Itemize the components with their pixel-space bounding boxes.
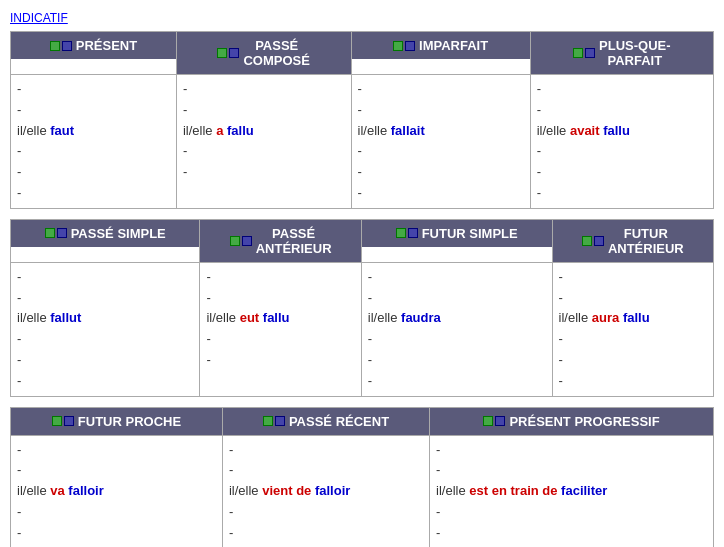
header-passe-anterieur: PASSÉANTÉRIEUR (256, 226, 332, 256)
icon-blue-1 (62, 41, 72, 51)
icon-pair-fs (396, 228, 418, 238)
header-futur-anterieur: FUTURANTÉRIEUR (608, 226, 684, 256)
icon-green-9 (52, 416, 62, 426)
line-faudra: il/elle faudra (368, 308, 546, 329)
line: - (17, 371, 193, 392)
line: - (537, 141, 707, 162)
header-pqp: PLUS-QUE-PARFAIT (599, 38, 671, 68)
icon-green-2 (217, 48, 227, 58)
line-avait-fallu: il/elle avait fallu (537, 121, 707, 142)
line: - (17, 288, 193, 309)
icon-green-5 (45, 228, 55, 238)
col-header-passe-simple: PASSÉ SIMPLE (11, 219, 200, 262)
line: - (17, 162, 170, 183)
icon-pair-fa (582, 236, 604, 246)
line: - (436, 523, 707, 544)
line: - (559, 288, 707, 309)
line: - (229, 460, 423, 481)
cell-passe-simple: - - il/elle fallut - - - (11, 262, 200, 396)
line: - (537, 100, 707, 121)
line: - (368, 267, 546, 288)
col-header-passe-compose: PASSÉCOMPOSÉ (176, 32, 351, 75)
line: - (17, 502, 216, 523)
icon-green-8 (582, 236, 592, 246)
icon-blue-6 (242, 236, 252, 246)
icon-green-11 (483, 416, 493, 426)
line: - (17, 183, 170, 204)
line: - (229, 523, 423, 544)
line: - (436, 544, 707, 547)
line-eut-fallu: il/elle eut fallu (206, 308, 354, 329)
table-indicatif-3: FUTUR PROCHE PASSÉ RÉCENT (10, 407, 714, 547)
line: - (183, 162, 345, 183)
icon-pair-fp (52, 416, 74, 426)
header-present: PRÉSENT (76, 38, 137, 53)
line-a-fallu: il/elle a fallu (183, 121, 345, 142)
line: - (358, 183, 524, 204)
icon-blue-3 (405, 41, 415, 51)
icon-pair-passe-compose (217, 48, 239, 58)
icon-pair-pa (230, 236, 252, 246)
line-va-falloir: il/elle va falloir (17, 481, 216, 502)
col-header-present-progressif: PRÉSENT PROGRESSIF (430, 407, 714, 435)
line: - (206, 288, 354, 309)
indicatif-link[interactable]: INDICATIF (10, 11, 68, 25)
line: - (559, 329, 707, 350)
line: - (358, 100, 524, 121)
line: - (229, 502, 423, 523)
icon-blue-8 (594, 236, 604, 246)
line: - (229, 440, 423, 461)
icon-green-6 (230, 236, 240, 246)
line: - (17, 100, 170, 121)
col-header-futur-simple: FUTUR SIMPLE (361, 219, 552, 262)
table-indicatif-2: PASSÉ SIMPLE PASSÉANTÉRIEUR (10, 219, 714, 397)
cell-passe-recent: - - il/elle vient de falloir - - (222, 435, 429, 547)
line: - (358, 79, 524, 100)
line: - (17, 329, 193, 350)
icon-pair-pr (263, 416, 285, 426)
col-header-futur-proche: FUTUR PROCHE (11, 407, 223, 435)
icon-blue-2 (229, 48, 239, 58)
line: - (559, 267, 707, 288)
line: - (17, 350, 193, 371)
cell-passe-compose: - - il/elle a fallu - - (176, 75, 351, 209)
line-fallait: il/elle fallait (358, 121, 524, 142)
header-passe-recent: PASSÉ RÉCENT (289, 414, 389, 429)
cell-futur-anterieur: - - il/elle aura fallu - - - (552, 262, 713, 396)
line: - (17, 523, 216, 544)
line: - (537, 183, 707, 204)
col-header-imparfait: IMPARFAIT (351, 32, 530, 75)
line: - (537, 162, 707, 183)
line-est-en-train: il/elle est en train de faciliter (436, 481, 707, 502)
line: - (368, 329, 546, 350)
line: - (368, 350, 546, 371)
header-passe-simple: PASSÉ SIMPLE (71, 226, 166, 241)
line: - (183, 141, 345, 162)
icon-green-1 (50, 41, 60, 51)
line: - (206, 267, 354, 288)
line: - (17, 141, 170, 162)
line: - (368, 371, 546, 392)
col-header-futur-anterieur: FUTURANTÉRIEUR (552, 219, 713, 262)
line: - (436, 440, 707, 461)
header-futur-proche: FUTUR PROCHE (78, 414, 181, 429)
line: - (436, 460, 707, 481)
icon-pair-imparfait (393, 41, 415, 51)
line: - (17, 460, 216, 481)
line: - (358, 141, 524, 162)
line: - (17, 440, 216, 461)
table-indicatif-1: PRÉSENT PASSÉCOMPOSÉ (10, 31, 714, 209)
cell-passe-anterieur: - - il/elle eut fallu - - (200, 262, 361, 396)
header-present-progressif: PRÉSENT PROGRESSIF (509, 414, 659, 429)
header-passe-compose: PASSÉCOMPOSÉ (243, 38, 309, 68)
cell-present-progressif: - - il/elle est en train de faciliter - … (430, 435, 714, 547)
line: - (206, 329, 354, 350)
line: - (17, 544, 216, 547)
cell-imparfait: - - il/elle fallait - - - (351, 75, 530, 209)
line-fallut: il/elle fallut (17, 308, 193, 329)
cell-futur-proche: - - il/elle va falloir - - - (11, 435, 223, 547)
icon-pair-pp (483, 416, 505, 426)
col-header-present: PRÉSENT (11, 32, 177, 75)
icon-blue-9 (64, 416, 74, 426)
header-imparfait: IMPARFAIT (419, 38, 488, 53)
